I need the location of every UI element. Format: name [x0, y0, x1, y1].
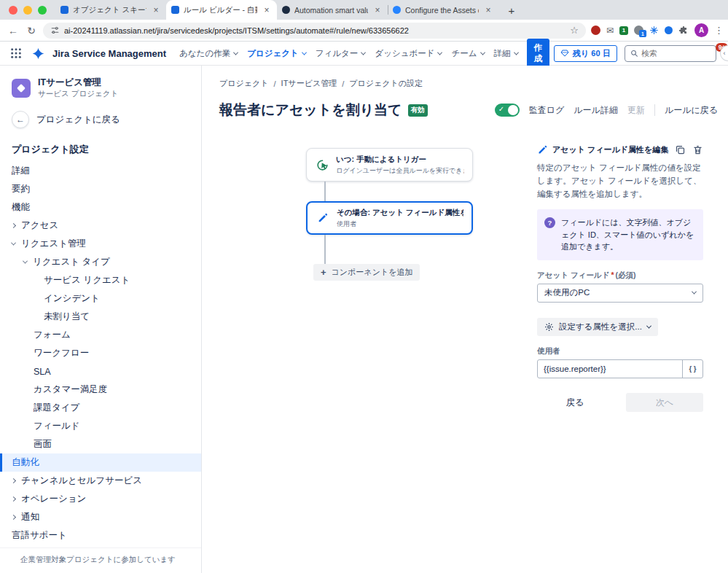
- extension-grey-icon[interactable]: 1: [634, 26, 643, 35]
- breadcrumb-project-settings[interactable]: プロジェクトの設定: [349, 78, 423, 89]
- snowflake-extension-icon[interactable]: [649, 26, 659, 35]
- rule-enabled-toggle[interactable]: [495, 104, 520, 117]
- trial-days-badge[interactable]: 残り 60 日: [554, 45, 617, 62]
- duplicate-component-icon[interactable]: [675, 144, 686, 155]
- nav-menu: あなたの作業 プロジェクト フィルター ダッシュボード チーム 詳細: [179, 48, 517, 59]
- sidebar-item-workflows[interactable]: ワークフロー: [0, 344, 201, 362]
- trigger-card[interactable]: いつ: 手動によるトリガー ログインユーザーは全員ルールを実行できます。: [306, 148, 473, 182]
- sidebar-item-service-request[interactable]: サービス リクエスト: [0, 271, 201, 289]
- action-card-selected[interactable]: その場合: アセット フィールド属性を編集 使用者: [306, 201, 473, 235]
- nav-filters[interactable]: フィルター: [316, 48, 366, 59]
- delete-component-icon[interactable]: [692, 144, 703, 155]
- nav-projects[interactable]: プロジェクト: [247, 48, 306, 59]
- extensions-puzzle-icon[interactable]: [678, 26, 689, 36]
- tab-close-icon[interactable]: ×: [483, 5, 493, 15]
- url-bar[interactable]: ai-20241119.atlassian.net/jira/servicede…: [43, 23, 586, 39]
- attribute-value-field: {{issue.reporter}} { }: [537, 359, 703, 378]
- browser-tab-smart-values[interactable]: Automation smart values - us ×: [277, 0, 388, 20]
- audit-log-button[interactable]: 監査ログ: [529, 104, 565, 117]
- chevron-down-icon: [233, 50, 238, 55]
- sidebar-item-features[interactable]: 機能: [0, 198, 201, 217]
- tab-close-icon[interactable]: ×: [372, 5, 383, 15]
- search-input[interactable]: [641, 49, 711, 58]
- sidebar-item-channels-self-service[interactable]: チャンネルとセルフサービス: [0, 472, 201, 490]
- sidebar-item-language-support[interactable]: 言語サポート: [0, 526, 201, 545]
- chevron-right-icon: [11, 223, 16, 228]
- smart-value-input[interactable]: {{issue.reporter}}: [538, 360, 682, 378]
- chevron-down-icon: [23, 259, 28, 264]
- window-zoom-button[interactable]: [38, 6, 47, 15]
- nav-more[interactable]: 詳細: [494, 48, 518, 59]
- back-button[interactable]: 戻る: [560, 393, 590, 413]
- sidebar-item-issue-types[interactable]: 課題タイプ: [0, 399, 201, 417]
- sidebar-footer-note: 企業管理対象プロジェクトに参加しています: [0, 547, 201, 573]
- sidebar-item-summary[interactable]: 要約: [0, 180, 201, 198]
- product-name[interactable]: Jira Service Management: [52, 48, 166, 59]
- choose-attribute-button[interactable]: 設定する属性を選択...: [537, 318, 658, 336]
- tab-close-icon[interactable]: ×: [151, 5, 161, 15]
- sidebar-item-details[interactable]: 詳細: [0, 162, 201, 180]
- nav-your-work[interactable]: あなたの作業: [179, 48, 238, 59]
- project-name: ITサービス管理: [38, 77, 118, 88]
- sidebar-item-customer-satisfaction[interactable]: カスタマー満足度: [0, 381, 201, 399]
- back-to-rules-link[interactable]: ルールに戻る: [665, 104, 718, 117]
- browser-tab-configure-assets[interactable]: Configure the Assets objects ×: [388, 0, 498, 20]
- sidebar-item-operations[interactable]: オペレーション: [0, 490, 201, 508]
- sidebar-item-notifications[interactable]: 通知: [0, 508, 201, 526]
- browser-menu-icon[interactable]: ⋮: [714, 25, 721, 36]
- nav-dashboards[interactable]: ダッシュボード: [375, 48, 442, 59]
- chevron-right-icon: [11, 478, 16, 483]
- asset-field-select[interactable]: 未使用のPC: [537, 284, 703, 303]
- next-button[interactable]: 次へ: [626, 393, 703, 412]
- rule-status-badge: 有効: [408, 104, 428, 117]
- sidebar-item-automation[interactable]: 自動化: [0, 453, 201, 472]
- browser-back-icon[interactable]: ←: [7, 25, 20, 36]
- url-text: ai-20241119.atlassian.net/jira/servicede…: [64, 26, 565, 35]
- window-close-button[interactable]: [9, 6, 17, 15]
- sidebar-item-forms[interactable]: フォーム: [0, 326, 201, 344]
- extension-green-badge[interactable]: 1: [619, 26, 628, 35]
- sidebar-item-access[interactable]: アクセス: [0, 217, 201, 235]
- sidebar-item-request-management[interactable]: リクエスト管理: [0, 235, 201, 253]
- smart-value-picker-button[interactable]: { }: [682, 360, 702, 378]
- create-button[interactable]: 作成: [527, 39, 550, 68]
- rule-details-button[interactable]: ルール詳細: [574, 104, 618, 117]
- flow-connector: [324, 182, 326, 201]
- browser-refresh-icon[interactable]: ↻: [25, 25, 38, 36]
- sidebar-item-unassigned[interactable]: 未割り当て: [0, 308, 201, 326]
- top-nav-right: 残り 60 日 9+ ?: [554, 44, 728, 62]
- window-minimize-button[interactable]: [23, 6, 32, 15]
- flow-connector: [324, 235, 326, 264]
- back-to-project-link[interactable]: ← プロジェクトに戻る: [0, 105, 201, 136]
- browser-tab-rule-builder-active[interactable]: ルール ビルダー - 自動化 - ITサ ×: [166, 0, 277, 20]
- tab-close-icon[interactable]: ×: [262, 5, 272, 15]
- sidebar-item-fields[interactable]: フィールド: [0, 417, 201, 435]
- edit-pencil-icon: [316, 212, 330, 224]
- chrome-profile-avatar[interactable]: A: [694, 23, 708, 37]
- extension-blue-icon[interactable]: [665, 26, 673, 34]
- update-button[interactable]: 更新: [627, 104, 645, 117]
- sidebar-item-screens[interactable]: 画面: [0, 435, 201, 453]
- manual-trigger-icon: [315, 158, 329, 172]
- sidebar-item-request-types[interactable]: リクエスト タイプ: [0, 253, 201, 271]
- project-header: ITサービス管理 サービス プロジェクト: [0, 73, 201, 105]
- sidebar-item-sla[interactable]: SLA: [0, 362, 201, 381]
- back-arrow-icon[interactable]: ←: [12, 111, 29, 128]
- bookmark-star-icon[interactable]: ☆: [570, 25, 579, 36]
- add-component-button[interactable]: + コンポーネントを追加: [313, 264, 420, 281]
- jira-top-nav: Jira Service Management あなたの作業 プロジェクト フィ…: [0, 42, 728, 66]
- nav-teams[interactable]: チーム: [451, 48, 484, 59]
- mail-extension-icon[interactable]: ✉: [606, 26, 614, 36]
- main-content: プロジェクト ITサービス管理 プロジェクトの設定 報告者にアセットを割り当て …: [202, 66, 728, 573]
- extension-red-icon[interactable]: [591, 26, 600, 35]
- panel-title: アセット フィールド属性を編集: [552, 144, 670, 155]
- breadcrumb-project[interactable]: ITサービス管理: [281, 78, 337, 89]
- site-settings-icon[interactable]: [50, 26, 60, 35]
- action-title: その場合: アセット フィールド属性を編集: [337, 208, 463, 218]
- breadcrumb-projects[interactable]: プロジェクト: [219, 78, 269, 89]
- sidebar-item-incident[interactable]: インシデント: [0, 289, 201, 308]
- app-switcher-icon[interactable]: [7, 44, 25, 62]
- new-tab-button[interactable]: +: [504, 4, 519, 17]
- project-type: サービス プロジェクト: [38, 89, 118, 99]
- browser-tab-object-schema[interactable]: オブジェクト スキーマ - Jira Se ×: [55, 0, 166, 20]
